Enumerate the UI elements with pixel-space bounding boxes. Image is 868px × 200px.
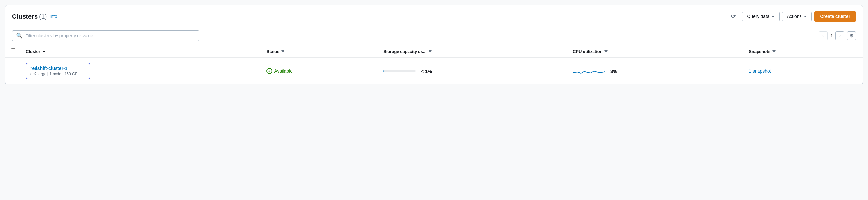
search-box[interactable]: 🔍 xyxy=(12,30,199,41)
settings-button[interactable]: ⚙ xyxy=(847,31,856,40)
cluster-meta: dc2.large | 1 node | 160 GB xyxy=(30,72,86,76)
cluster-count: (1) xyxy=(39,13,47,20)
storage-cell: < 1% xyxy=(378,58,568,84)
table-body: redshift-cluster-1 dc2.large | 1 node | … xyxy=(5,58,863,84)
snapshot-link[interactable]: 1 snapshot xyxy=(749,68,771,73)
cpu-pct-value: 3% xyxy=(610,68,617,74)
info-link[interactable]: Info xyxy=(50,14,57,19)
actions-label: Actions xyxy=(787,14,802,19)
cpu-col-label: CPU utilization xyxy=(573,49,602,54)
th-storage[interactable]: Storage capacity us... xyxy=(378,45,568,58)
header-row: Cluster Status Storage capacity us... xyxy=(5,45,863,58)
clusters-table: Cluster Status Storage capacity us... xyxy=(5,45,863,84)
status-text: Available xyxy=(274,68,292,73)
table-row: redshift-cluster-1 dc2.large | 1 node | … xyxy=(5,58,863,84)
snapshots-sort-icon xyxy=(772,50,776,52)
row-checkbox[interactable] xyxy=(11,68,16,73)
header-left: Clusters (1) Info xyxy=(12,13,57,20)
search-icon: 🔍 xyxy=(16,33,23,39)
th-snapshots[interactable]: Snapshots xyxy=(744,45,863,58)
page-number: 1 xyxy=(830,33,833,38)
th-cluster[interactable]: Cluster xyxy=(21,45,261,58)
cpu-svg xyxy=(573,66,605,76)
pagination: ‹ 1 › ⚙ xyxy=(818,31,856,40)
row-select-cell[interactable] xyxy=(5,58,21,84)
create-cluster-button[interactable]: Create cluster xyxy=(814,11,856,22)
select-all-checkbox[interactable] xyxy=(11,48,16,53)
storage-col-label: Storage capacity us... xyxy=(383,49,427,54)
cluster-name-link[interactable]: redshift-cluster-1 xyxy=(30,66,86,71)
table-header: Cluster Status Storage capacity us... xyxy=(5,45,863,58)
cluster-sort-asc-icon xyxy=(42,50,45,52)
status-col-label: Status xyxy=(267,49,279,54)
prev-page-button[interactable]: ‹ xyxy=(818,31,828,40)
actions-chevron-icon xyxy=(804,16,807,18)
cluster-cell: redshift-cluster-1 dc2.large | 1 node | … xyxy=(21,58,261,84)
status-available: ✓ Available xyxy=(267,68,373,74)
panel-title: Clusters (1) xyxy=(12,13,47,20)
status-check-icon: ✓ xyxy=(267,68,272,74)
query-data-chevron-icon xyxy=(771,16,775,18)
status-sort-icon xyxy=(281,50,284,52)
storage-pct-value: < 1% xyxy=(421,68,432,74)
snapshots-col-label: Snapshots xyxy=(749,49,770,54)
storage-col: < 1% xyxy=(383,68,562,74)
cpu-cell: 3% xyxy=(568,58,744,84)
clusters-panel: Clusters (1) Info ⟳ Query data Actions C… xyxy=(5,5,863,84)
status-cell: ✓ Available xyxy=(261,58,378,84)
cluster-card: redshift-cluster-1 dc2.large | 1 node | … xyxy=(26,63,90,79)
gear-icon: ⚙ xyxy=(849,33,854,39)
storage-bar-track xyxy=(383,70,415,72)
clusters-title: Clusters xyxy=(12,13,38,20)
filter-row: 🔍 ‹ 1 › ⚙ xyxy=(5,27,863,45)
cpu-col: 3% xyxy=(573,66,739,76)
search-input[interactable] xyxy=(25,33,195,38)
cpu-sparkline xyxy=(573,66,605,76)
th-status[interactable]: Status xyxy=(261,45,378,58)
next-page-button[interactable]: › xyxy=(835,31,844,40)
refresh-button[interactable]: ⟳ xyxy=(727,11,740,22)
storage-bar-fill xyxy=(383,70,384,72)
storage-sort-icon xyxy=(429,50,432,52)
actions-button[interactable]: Actions xyxy=(782,11,812,21)
th-select xyxy=(5,45,21,58)
cluster-col-label: Cluster xyxy=(26,49,40,54)
cpu-sort-icon xyxy=(604,50,608,52)
refresh-icon: ⟳ xyxy=(731,13,736,20)
snapshots-cell: 1 snapshot xyxy=(744,58,863,84)
th-cpu[interactable]: CPU utilization xyxy=(568,45,744,58)
header-right: ⟳ Query data Actions Create cluster xyxy=(727,11,856,22)
table-wrapper: Cluster Status Storage capacity us... xyxy=(5,45,863,84)
panel-header: Clusters (1) Info ⟳ Query data Actions C… xyxy=(5,5,863,27)
query-data-label: Query data xyxy=(747,14,769,19)
query-data-button[interactable]: Query data xyxy=(742,11,779,21)
